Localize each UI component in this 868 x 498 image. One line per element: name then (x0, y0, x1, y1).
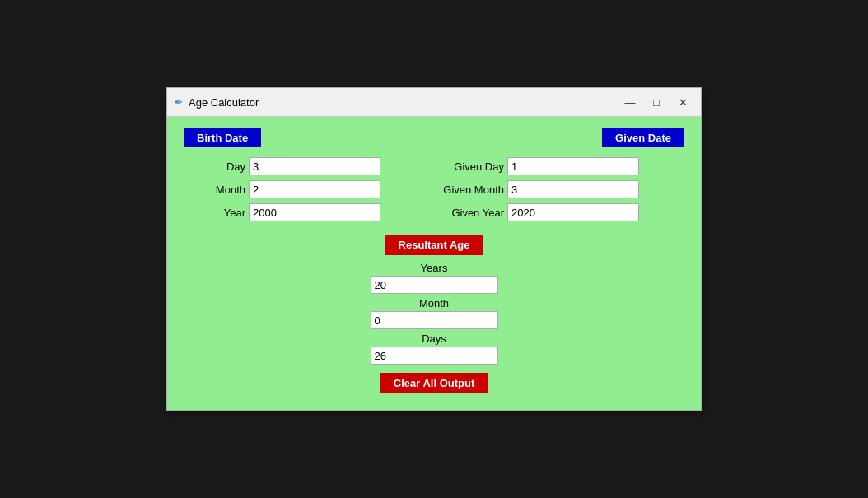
given-month-group: Given Month (442, 180, 684, 198)
given-day-group: Given Day (442, 157, 684, 175)
birth-month-input[interactable] (249, 180, 380, 198)
birth-day-group: Day (184, 157, 426, 175)
close-button[interactable]: ✕ (671, 93, 694, 111)
given-month-label: Given Month (442, 184, 504, 196)
main-content: Birth Date Given Date Day Month Year (167, 117, 701, 410)
clear-all-button[interactable]: Clear All Output (380, 373, 488, 393)
birth-year-input[interactable] (249, 203, 380, 221)
title-bar: ✒ Age Calculator — □ ✕ (167, 88, 701, 117)
app-window: ✒ Age Calculator — □ ✕ Birth Date Given … (166, 87, 702, 411)
days-label: Days (422, 333, 446, 345)
window-controls: — □ ✕ (618, 93, 694, 111)
birth-month-label: Month (184, 184, 245, 196)
minimize-button[interactable]: — (618, 93, 642, 111)
center-section: Resultant Age Years Month Days Clear All… (184, 235, 684, 393)
inputs-row: Day Month Year Given Day (184, 157, 684, 226)
resultant-age-button[interactable]: Resultant Age (385, 235, 483, 255)
given-date-button[interactable]: Given Date (602, 128, 684, 147)
days-output[interactable] (371, 347, 498, 365)
given-year-label: Given Year (442, 207, 504, 219)
birth-year-group: Year (184, 203, 426, 221)
month-output[interactable] (371, 311, 498, 329)
given-year-input[interactable] (507, 203, 639, 221)
app-icon: ✒ (174, 95, 184, 109)
given-day-input[interactable] (507, 157, 639, 175)
given-month-input[interactable] (507, 180, 639, 198)
birth-date-button[interactable]: Birth Date (184, 128, 261, 147)
birth-month-group: Month (184, 180, 426, 198)
section-headers: Birth Date Given Date (184, 128, 684, 147)
month-label: Month (419, 297, 449, 310)
given-date-inputs: Given Day Given Month Given Year (442, 157, 684, 226)
given-year-group: Given Year (442, 203, 684, 221)
years-output-group: Years (371, 262, 498, 294)
given-day-label: Given Day (442, 161, 504, 173)
birth-day-input[interactable] (249, 157, 380, 175)
month-output-group: Month (371, 297, 498, 329)
days-output-group: Days (371, 333, 498, 365)
window-title: Age Calculator (189, 96, 614, 109)
maximize-button[interactable]: □ (645, 93, 668, 111)
birth-day-label: Day (184, 161, 245, 173)
birth-year-label: Year (184, 207, 245, 219)
years-output[interactable] (371, 276, 498, 294)
birth-date-inputs: Day Month Year (184, 157, 426, 226)
years-label: Years (421, 262, 448, 274)
